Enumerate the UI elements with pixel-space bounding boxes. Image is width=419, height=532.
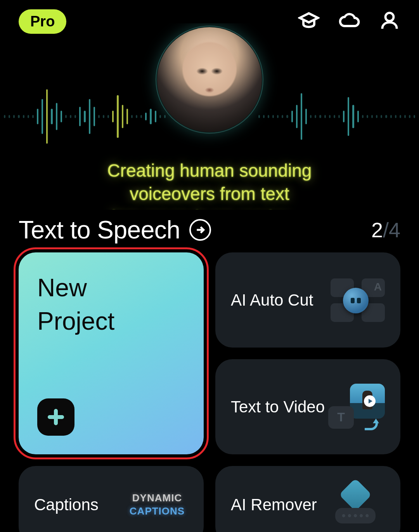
new-project-label: New Project: [37, 271, 185, 338]
text-to-video-icon: T: [327, 384, 385, 430]
ai-remover-label: AI Remover: [231, 495, 317, 514]
text-to-video-label: Text to Video: [231, 398, 325, 416]
captions-icon: DYNAMIC CAPTIONS: [126, 492, 188, 518]
carousel-pager: 2/4: [371, 218, 400, 242]
ai-auto-cut-label: AI Auto Cut: [231, 291, 313, 309]
ai-remover-icon: [327, 482, 385, 528]
ai-remover-tile[interactable]: AI Remover: [215, 466, 400, 532]
ai-auto-cut-tile[interactable]: AI Auto Cut A: [215, 252, 400, 348]
section-title: Text to Speech: [19, 216, 180, 244]
pro-badge[interactable]: Pro: [19, 9, 66, 34]
captions-label: Captions: [34, 495, 99, 514]
tutorials-icon[interactable]: [298, 10, 320, 33]
captions-tile[interactable]: Captions DYNAMIC CAPTIONS: [19, 466, 204, 532]
profile-icon[interactable]: [379, 10, 400, 33]
hero-tagline: Creating human sounding voiceovers from …: [0, 159, 419, 210]
new-project-card[interactable]: New Project: [19, 252, 204, 454]
model-avatar: [157, 27, 262, 132]
cloud-icon[interactable]: [338, 10, 360, 33]
plus-icon: [37, 398, 74, 436]
svg-point-0: [386, 13, 394, 21]
go-arrow-icon[interactable]: [189, 219, 211, 241]
app-header: Pro: [0, 0, 419, 43]
feature-grid: New Project AI Auto Cut A Text to Video …: [19, 252, 400, 532]
hero-banner[interactable]: Creating human sounding voiceovers from …: [0, 23, 419, 210]
ai-auto-cut-icon: A: [327, 277, 385, 323]
text-to-video-tile[interactable]: Text to Video T: [215, 359, 400, 454]
section-title-row: Text to Speech 2/4: [19, 216, 400, 244]
header-actions: [298, 10, 400, 33]
